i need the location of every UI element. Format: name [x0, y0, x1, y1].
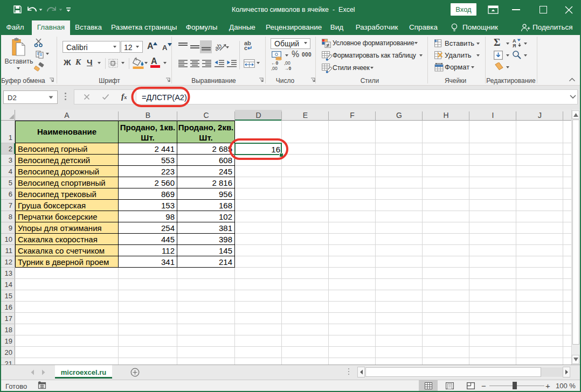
svg-text:→0: →0	[284, 66, 292, 71]
svg-text:,00: ,00	[284, 60, 290, 66]
svg-text:,00: ,00	[271, 66, 278, 71]
svg-text:ab: ab	[216, 42, 223, 52]
svg-text:←0: ←0	[271, 60, 279, 66]
svg-text:Я: Я	[513, 43, 516, 48]
